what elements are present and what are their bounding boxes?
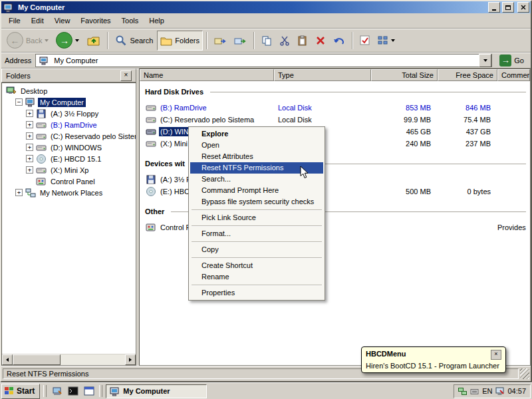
cut-button[interactable]: [276, 31, 293, 51]
tree-expand-icon[interactable]: +: [26, 144, 33, 151]
tray-device-icon[interactable]: [470, 387, 479, 396]
column-header-comment[interactable]: Comment: [497, 69, 530, 81]
column-header-type[interactable]: Type: [274, 69, 371, 81]
menu-item-properties[interactable]: Properties: [190, 287, 323, 299]
tree-collapse-icon[interactable]: −: [15, 98, 23, 106]
menu-separator: [192, 209, 322, 210]
tree-item-label[interactable]: Control Panel: [49, 177, 97, 186]
delete-button[interactable]: [312, 31, 329, 51]
tree-horizontal-scrollbar[interactable]: [2, 354, 136, 365]
start-button[interactable]: Start: [1, 384, 40, 399]
tree-item-label[interactable]: (C:) Reservado pelo Sistema: [49, 132, 136, 141]
toolbar-handle[interactable]: [99, 385, 102, 397]
toolbar-handle[interactable]: [43, 385, 47, 397]
column-header-total-size[interactable]: Total Size: [371, 69, 438, 81]
my-computer-icon: [38, 55, 49, 66]
column-header-free-space[interactable]: Free Space: [438, 69, 497, 81]
balloon-close-button[interactable]: ×: [491, 350, 501, 360]
menu-item-rename[interactable]: Rename: [190, 271, 323, 283]
check-button[interactable]: [356, 31, 374, 51]
tree-expand-icon[interactable]: +: [15, 189, 23, 196]
tree-item-ramdrive-b[interactable]: + (B:) RamDrive: [2, 119, 136, 130]
menu-item-format[interactable]: Format...: [190, 228, 323, 239]
quicklaunch-show-desktop-button[interactable]: [50, 384, 64, 398]
tree-item-label[interactable]: (A:) 3½ Floppy: [49, 109, 100, 118]
file-row-ramdrive-b[interactable]: (B:) RamDrive Local Disk 853 MB 846 MB: [140, 102, 530, 114]
menu-favorites[interactable]: Favorites: [75, 15, 116, 27]
address-dropdown-button[interactable]: [479, 54, 491, 67]
menu-item-command-prompt-here[interactable]: Command Prompt Here: [190, 185, 323, 196]
tree-item-my-network-places[interactable]: + My Network Places: [2, 187, 136, 198]
tree-item-drive-c[interactable]: + (C:) Reservado pelo Sistema: [2, 130, 136, 142]
file-free-space: 846 MB: [438, 104, 497, 112]
menu-separator: [192, 285, 322, 285]
tree-item-label[interactable]: (E:) HBCD 15.1: [49, 154, 103, 164]
menu-item-copy[interactable]: Copy: [190, 244, 323, 255]
scroll-left-button[interactable]: [2, 354, 13, 365]
menu-item-reset-attributes[interactable]: Reset Attributes: [190, 151, 323, 162]
forward-button[interactable]: →: [53, 31, 82, 51]
folders-pane-close-button[interactable]: ×: [120, 70, 132, 81]
folders-button[interactable]: Folders: [157, 31, 203, 51]
column-header-name[interactable]: Name: [140, 69, 274, 81]
tree-item-minixp-x[interactable]: + (X:) Mini Xp: [2, 164, 136, 176]
paste-button[interactable]: [294, 31, 311, 51]
menu-edit[interactable]: Edit: [26, 15, 49, 27]
scrollbar-track[interactable]: [13, 354, 125, 365]
minimize-button[interactable]: [488, 2, 500, 13]
resize-grip-icon[interactable]: [520, 368, 529, 379]
up-button[interactable]: [83, 31, 104, 51]
tree-item-label[interactable]: (D:) WINDOWS: [49, 143, 104, 152]
menu-file[interactable]: File: [3, 15, 26, 27]
tree-expand-icon[interactable]: +: [26, 132, 33, 140]
search-button[interactable]: Search: [112, 31, 156, 51]
menu-item-pick-link-source[interactable]: Pick Link Source: [190, 212, 323, 223]
move-to-button[interactable]: [211, 31, 230, 51]
views-button[interactable]: [374, 31, 398, 51]
tree-item-hbcd-e[interactable]: + (E:) HBCD 15.1: [2, 153, 136, 164]
tree-item-desktop[interactable]: Desktop: [2, 85, 136, 96]
tray-network-icon[interactable]: [458, 387, 467, 396]
tree-item-label[interactable]: (X:) Mini Xp: [49, 166, 90, 175]
go-button[interactable]: → Go: [496, 54, 527, 67]
file-name[interactable]: (C:) Reservado pelo Sistema: [159, 115, 255, 124]
close-button[interactable]: [517, 2, 529, 13]
menu-item-open[interactable]: Open: [190, 140, 323, 151]
tree-expand-icon[interactable]: +: [26, 155, 33, 162]
undo-button[interactable]: [330, 31, 348, 51]
menu-view[interactable]: View: [49, 15, 76, 27]
back-button[interactable]: ← Back: [3, 31, 52, 51]
quicklaunch-console-button[interactable]: [66, 384, 80, 398]
taskbar-clock[interactable]: 04:57: [507, 387, 526, 395]
menu-item-explore[interactable]: Explore: [190, 128, 323, 140]
tree-item-label[interactable]: Desktop: [19, 86, 49, 96]
menu-help[interactable]: Help: [144, 15, 170, 27]
copy-button[interactable]: [258, 31, 275, 51]
file-free-space: 437 GB: [438, 128, 497, 136]
tree-expand-icon[interactable]: +: [26, 166, 33, 174]
maximize-button[interactable]: [502, 2, 514, 13]
tree-expand-icon[interactable]: +: [26, 110, 33, 117]
tree-item-drive-d[interactable]: + (D:) WINDOWS: [2, 142, 136, 153]
scroll-right-button[interactable]: [125, 354, 136, 365]
tree-item-floppy-a[interactable]: + (A:) 3½ Floppy: [2, 108, 136, 119]
tree-item-my-computer[interactable]: − My Computer: [2, 96, 136, 108]
copy-to-button[interactable]: [231, 31, 250, 51]
tray-display-icon[interactable]: [495, 387, 504, 396]
tree-item-control-panel[interactable]: Control Panel: [2, 176, 136, 187]
tree-item-label[interactable]: My Network Places: [38, 188, 104, 198]
menu-item-bypass-security-checks[interactable]: Bypass file system security checks: [190, 196, 323, 207]
tree-expand-icon[interactable]: +: [26, 121, 33, 128]
file-row-drive-c[interactable]: (C:) Reservado pelo Sistema Local Disk 9…: [140, 114, 530, 126]
tree-item-label[interactable]: My Computer: [38, 98, 86, 107]
menu-item-create-shortcut[interactable]: Create Shortcut: [190, 260, 323, 271]
tree-item-label[interactable]: (B:) RamDrive: [49, 120, 99, 130]
file-name[interactable]: (B:) RamDrive: [159, 103, 208, 112]
file-free-space: 237 MB: [438, 140, 497, 148]
language-indicator[interactable]: EN: [482, 387, 492, 395]
quicklaunch-explorer-button[interactable]: [82, 384, 96, 398]
menu-tools[interactable]: Tools: [116, 15, 144, 27]
scrollbar-thumb[interactable]: [13, 354, 61, 365]
address-input[interactable]: My Computer: [35, 54, 492, 67]
taskbar-task-my-computer[interactable]: My Computer: [106, 384, 207, 398]
